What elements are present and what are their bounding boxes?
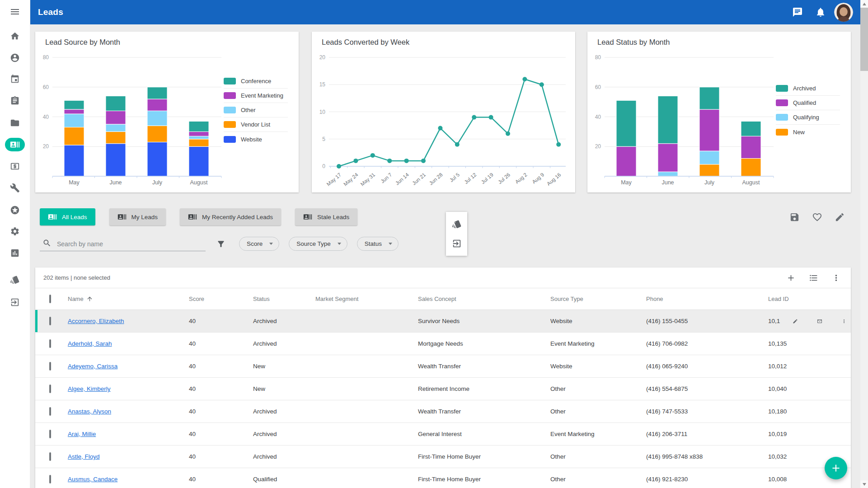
contacts-icon	[48, 212, 57, 221]
scrollbar-thumb[interactable]	[860, 8, 868, 71]
score-cell: 40	[189, 408, 253, 415]
items-summary: 202 items | none selected	[43, 274, 110, 281]
column-header-market-segment[interactable]: Market Segment	[315, 296, 418, 302]
table-plus-button[interactable]	[784, 270, 798, 285]
search-input[interactable]	[56, 240, 206, 248]
view-button-stale-leads[interactable]: Stale Leads	[295, 208, 357, 225]
table-row[interactable]: Arai, Millie 40 Archived General Interes…	[35, 423, 851, 446]
sidebar-item-documents[interactable]	[5, 116, 25, 130]
row-kebab-button[interactable]	[839, 316, 849, 327]
table-row[interactable]: Algee, Kimberly 40 New Retirement Income…	[35, 378, 851, 400]
sidebar-item-reports[interactable]	[5, 246, 25, 260]
row-checkbox[interactable]	[49, 362, 51, 371]
sidebar-item-exit[interactable]	[5, 296, 25, 309]
table-row[interactable]: Ausmus, Candace 40 Qualified First-Time …	[35, 468, 851, 488]
scrollbar[interactable]	[860, 0, 868, 488]
sidebar-item-tags[interactable]	[5, 273, 25, 286]
sidebar-item-tasks[interactable]	[5, 94, 25, 108]
home-icon	[10, 31, 20, 41]
column-header-sales-concept[interactable]: Sales Concept	[418, 296, 550, 302]
table-list-view-button[interactable]	[806, 270, 821, 285]
chart-legend: ArchivedQualifiedQualifyingNew	[776, 81, 840, 139]
search-icon	[42, 239, 52, 249]
avatar-image	[834, 3, 853, 22]
row-checkbox[interactable]	[49, 430, 51, 438]
lead-id-cell: 10,040	[768, 385, 787, 392]
column-header-phone[interactable]: Phone	[646, 296, 768, 302]
bar-chart-icon	[10, 248, 20, 258]
heart-button[interactable]	[809, 209, 825, 225]
lead-id-cell: 10,019	[768, 431, 787, 437]
filter-funnel-button[interactable]	[214, 237, 228, 251]
menu-icon	[9, 6, 20, 17]
lead-name-link[interactable]: Arai, Millie	[68, 431, 96, 437]
add-lead-fab[interactable]	[825, 457, 847, 479]
table-row[interactable]: Anastas, Alyson 40 Archived Wealth Trans…	[35, 400, 851, 423]
sidebar-item-billing[interactable]	[5, 160, 25, 173]
lead-name-link[interactable]: Astle, Floyd	[68, 453, 100, 460]
row-checkbox[interactable]	[49, 339, 51, 348]
lead-name-link[interactable]: Ausmus, Candace	[68, 476, 117, 483]
scroll-up-arrow[interactable]	[860, 0, 868, 8]
notifications-button[interactable]	[812, 4, 829, 20]
column-header-status[interactable]: Status	[253, 296, 315, 302]
chat-button[interactable]	[789, 4, 806, 20]
pencil-icon	[835, 212, 845, 222]
save-button[interactable]	[786, 209, 802, 225]
source-type-cell: Event Marketing	[550, 340, 646, 347]
column-header-score[interactable]: Score	[189, 296, 253, 302]
row-mail-button[interactable]	[814, 316, 825, 327]
sidebar-item-leads[interactable]	[5, 138, 25, 151]
panel-exit-button[interactable]	[448, 235, 466, 253]
column-header-name[interactable]: Name	[68, 296, 189, 302]
view-button-my-recently-added-leads[interactable]: My Recently Added Leads	[180, 208, 281, 225]
pencil-button[interactable]	[831, 209, 848, 225]
view-button-all-leads[interactable]: All Leads	[40, 208, 95, 225]
source-type-cell: Event Marketing	[550, 431, 646, 437]
row-checkbox[interactable]	[49, 475, 51, 483]
column-header-lead-id[interactable]: Lead ID	[768, 296, 851, 302]
lead-name-link[interactable]: Anastas, Alyson	[68, 408, 111, 415]
leads-table-card: 202 items | none selected NameScoreStatu…	[35, 267, 851, 488]
filter-dropdown-source-type[interactable]: Source Type	[289, 237, 347, 251]
row-checkbox[interactable]	[49, 317, 51, 325]
panel-layers-button[interactable]	[448, 215, 466, 233]
sidebar-item-settings[interactable]	[5, 225, 25, 238]
sidebar-item-tools[interactable]	[5, 181, 25, 195]
view-button-my-leads[interactable]: My Leads	[109, 208, 166, 225]
row-checkbox[interactable]	[49, 407, 51, 416]
status-cell: Archived	[253, 318, 315, 324]
lead-name-link[interactable]: Adeyemo, Carissa	[68, 363, 117, 370]
row-checkbox[interactable]	[49, 385, 51, 393]
legend-item-other: Other	[224, 103, 288, 117]
phone-cell: (416) 747-5533	[646, 408, 768, 415]
scroll-down-arrow[interactable]	[860, 480, 868, 488]
lead-name-link[interactable]: Accornero, Elizabeth	[68, 318, 124, 324]
filter-dropdown-status[interactable]: Status	[357, 237, 399, 251]
sidebar-item-profile[interactable]	[5, 51, 25, 65]
table-row[interactable]: Adeyemo, Carissa 40 New Wealth Transfer …	[35, 355, 851, 378]
table-kebab-button[interactable]	[829, 270, 844, 285]
menu-button[interactable]	[7, 4, 23, 20]
filter-dropdown-score[interactable]: Score	[239, 237, 279, 251]
column-header-source-type[interactable]: Source Type	[550, 296, 646, 302]
table-row[interactable]: Accornero, Elizabeth 40 Archived Survivo…	[35, 310, 851, 333]
lead-name-link[interactable]: Algee, Kimberly	[68, 385, 111, 392]
sidebar-item-favorites[interactable]	[5, 203, 25, 217]
lead-name-link[interactable]: Aderhold, Sarah	[68, 340, 112, 347]
contacts-icon	[303, 212, 312, 221]
status-cell: Qualified	[253, 476, 315, 483]
lead-id-cell: 10,008	[768, 476, 787, 483]
avatar[interactable]	[834, 3, 853, 22]
select-all-checkbox[interactable]	[49, 295, 51, 303]
sidebar-item-calendar[interactable]	[5, 72, 25, 86]
table-row[interactable]: Astle, Floyd 40 Archived First-Time Home…	[35, 446, 851, 468]
sidebar-item-home[interactable]	[5, 29, 25, 43]
row-pencil-button[interactable]	[790, 316, 801, 327]
table-row[interactable]: Aderhold, Sarah 40 Archived Mortgage Nee…	[35, 333, 851, 355]
status-cell: New	[253, 363, 315, 370]
phone-cell: (416) 554-6875	[646, 385, 768, 392]
sales-concept-cell: Retirement Income	[418, 385, 550, 392]
row-checkbox[interactable]	[49, 452, 51, 461]
table-header-actions	[784, 270, 844, 285]
